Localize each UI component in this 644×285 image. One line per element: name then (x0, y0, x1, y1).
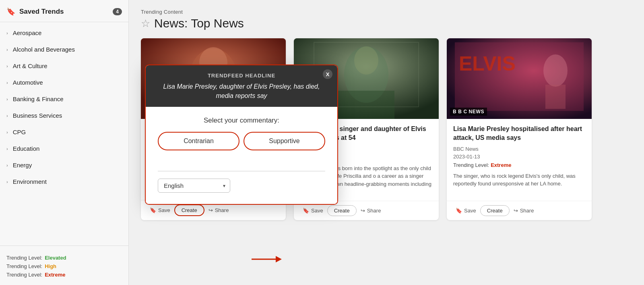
sidebar-item-cpg[interactable]: › CPG (0, 124, 128, 140)
chevron-icon: › (6, 179, 8, 184)
modal-text-input[interactable] (158, 158, 325, 171)
card-3-trending-prefix: Trending Level: (453, 162, 489, 168)
legend-extreme-prefix: Trending Level: (6, 272, 42, 278)
legend-high-value: High (45, 263, 56, 269)
sidebar-item-alcohol-beverages[interactable]: › Alcohol and Beverages (0, 41, 128, 58)
supportive-button[interactable]: Supportive (244, 132, 325, 150)
chevron-icon: › (6, 31, 8, 35)
card-3-source: BBC News (453, 146, 585, 152)
share-icon: ↪ (208, 207, 213, 213)
card-1-save-button[interactable]: 🔖 Save (146, 205, 174, 216)
star-icon: ☆ (141, 17, 150, 30)
card-3-share-label: Share (520, 208, 534, 214)
card-2-share-label: Share (367, 208, 381, 214)
trendfeed-modal: TRENDFEED HEADLINE Lisa Marie Presley, d… (145, 64, 338, 205)
chevron-icon: › (6, 47, 8, 52)
sidebar-item-label: Energy (13, 162, 32, 169)
legend-extreme-row: Trending Level: Extreme (6, 272, 122, 278)
svg-marker-15 (276, 256, 282, 262)
card-3-image: ELVIS B B C NEWS (447, 38, 592, 119)
chevron-icon: › (6, 80, 8, 85)
legend-elevated-prefix: Trending Level: (6, 255, 42, 261)
modal-header: TRENDFEED HEADLINE Lisa Marie Presley, d… (146, 65, 337, 107)
card-1-create-button[interactable]: Create (174, 204, 204, 216)
card-2-create-button[interactable]: Create (327, 205, 357, 216)
legend-elevated-row: Trending Level: Elevated (6, 255, 122, 261)
sidebar-item-business-services[interactable]: › Business Services (0, 107, 128, 124)
chevron-icon: › (6, 130, 8, 135)
sidebar-item-label: Education (13, 145, 40, 152)
save-icon-2: 🔖 (303, 208, 309, 214)
bbc-badge: B B C NEWS (450, 108, 487, 116)
trending-content-label: Trending Content (141, 9, 632, 15)
contrarian-button[interactable]: Contrarian (158, 132, 239, 150)
sidebar-item-energy[interactable]: › Energy (0, 157, 128, 173)
svg-rect-7 (338, 91, 394, 119)
page-title-text: News: Top News (154, 17, 244, 30)
sidebar-title: Saved Trends (19, 8, 109, 16)
sidebar-item-label: Aerospace (13, 29, 42, 36)
sidebar-item-label: Automotive (13, 79, 43, 86)
share-icon-2: ↪ (361, 208, 365, 214)
chevron-icon: › (6, 146, 8, 151)
modal-header-label: TRENDFEED HEADLINE (154, 73, 329, 79)
sidebar-item-banking-finance[interactable]: › Banking & Finance (0, 91, 128, 107)
sidebar-badge: 4 (113, 8, 122, 15)
news-card-3: ELVIS B B C NEWS Lisa Marie Presley hosp… (447, 38, 592, 220)
svg-text:ELVIS: ELVIS (459, 52, 516, 75)
card-1-save-label: Save (158, 207, 170, 213)
sidebar-header: 🔖 Saved Trends 4 (0, 0, 128, 22)
card-2-save-button[interactable]: 🔖 Save (299, 205, 327, 216)
sidebar-item-label: CPG (13, 129, 26, 135)
card-3-actions: 🔖 Save Create ↪ Share (447, 201, 592, 220)
page-title: ☆ News: Top News (141, 17, 632, 30)
sidebar-item-label: Alcohol and Beverages (13, 46, 75, 53)
modal-body: Select your commentary: Contrarian Suppo… (146, 107, 337, 204)
legend-elevated-value: Elevated (45, 255, 66, 261)
main-content: Trending Content ☆ News: Top News (129, 0, 644, 285)
bookmark-icon: 🔖 (6, 7, 15, 16)
card-3-save-button[interactable]: 🔖 Save (452, 205, 480, 216)
card-1-create-label: Create (182, 207, 197, 213)
card-1-share-button[interactable]: ↪ Share (204, 205, 233, 216)
card-3-share-button[interactable]: ↪ Share (510, 205, 538, 216)
share-icon-3: ↪ (514, 208, 518, 214)
card-3-create-label: Create (487, 208, 503, 214)
card-2-save-label: Save (311, 208, 323, 214)
sidebar-item-automotive[interactable]: › Automotive (0, 74, 128, 91)
sidebar-item-aerospace[interactable]: › Aerospace (0, 25, 128, 41)
arrow-graphic (250, 251, 282, 267)
sidebar-item-environment[interactable]: › Environment (0, 173, 128, 190)
modal-commentary-buttons: Contrarian Supportive (158, 132, 325, 150)
modal-language-row: English Spanish French German Italian Po… (158, 179, 230, 193)
sidebar-list: › Aerospace › Alcohol and Beverages › Ar… (0, 22, 128, 242)
card-3-create-button[interactable]: Create (480, 205, 510, 216)
legend-high-prefix: Trending Level: (6, 263, 42, 269)
card-3-body: Lisa Marie Presley hospitalised after he… (447, 119, 592, 201)
card-2-create-label: Create (334, 208, 350, 214)
card-3-headline: Lisa Marie Presley hospitalised after he… (453, 125, 585, 143)
modal-headline-text: Lisa Marie Presley, daughter of Elvis Pr… (154, 82, 329, 100)
chevron-icon: › (6, 64, 8, 69)
sidebar-item-education[interactable]: › Education (0, 140, 128, 157)
card-3-save-label: Save (464, 208, 476, 214)
svg-point-6 (354, 46, 378, 75)
card-3-excerpt: The singer, who is rock legend Elvis's o… (453, 172, 585, 197)
modal-close-button[interactable]: X (323, 69, 332, 79)
card-3-trending-value: Extreme (491, 162, 511, 168)
modal-language-select[interactable]: English Spanish French German Italian Po… (158, 179, 230, 193)
sidebar-item-label: Environment (13, 178, 47, 185)
save-icon: 🔖 (150, 207, 156, 213)
chevron-icon: › (6, 163, 8, 168)
modal-commentary-label: Select your commentary: (158, 116, 325, 125)
svg-point-12 (543, 54, 568, 87)
sidebar-item-art-culture[interactable]: › Art & Culture (0, 58, 128, 74)
sidebar-item-label: Business Services (13, 112, 62, 119)
card-2-share-button[interactable]: ↪ Share (357, 205, 385, 216)
card-3-date: 2023-01-13 (453, 154, 585, 160)
legend-high-row: Trending Level: High (6, 263, 122, 269)
save-icon-3: 🔖 (456, 208, 462, 214)
sidebar-legend: Trending Level: Elevated Trending Level:… (0, 249, 128, 285)
chevron-icon: › (6, 113, 8, 118)
card-1-share-label: Share (215, 207, 229, 213)
